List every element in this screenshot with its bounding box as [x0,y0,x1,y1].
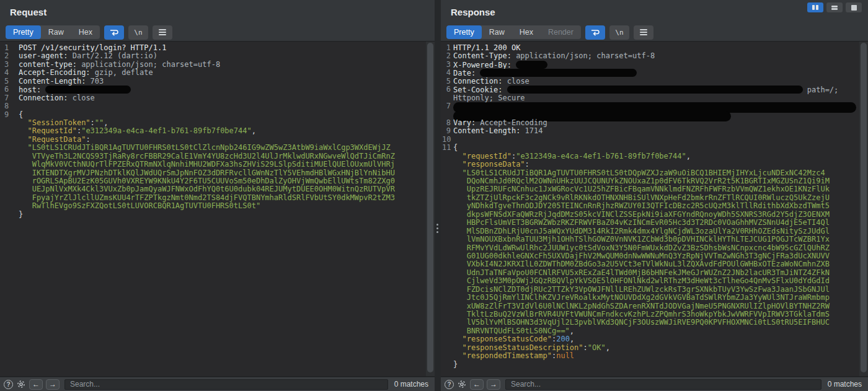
code-text: 703 [86,77,104,86]
code-text: Jtc0J5QjRmYlINClhKZVJreVRoalkxMytNOUVDdX… [453,293,830,302]
code-text: path=/; [803,86,839,94]
code-line: "responseData": [442,160,868,169]
code-line: Httponly; Secure [442,94,868,102]
code-text: tkZTZjUlRpckF3c2gNCk9vRlRKNkdOTHNXNHBiSU… [453,193,830,202]
code-line: UEJpNlVxMXk4Ckl3VUxZb0pJamQyaWJFNWxOdFhY… [4,185,435,193]
response-scrollbar-thumb[interactable] [861,43,867,372]
layout-single-button[interactable] [846,2,862,12]
code-text: Httponly; Secure [453,94,525,102]
code-text: } [453,360,458,369]
code-text: , [570,335,574,343]
code-text: RFMvYVdLdWRwUlRhc2JUUW1yc0tSdVoxN3Y5N0Fm… [453,244,830,252]
code-text: xUW8zZlFrT3VIdVl6U0lNClNKL2pNdGhSZDArenR… [453,302,830,310]
code-text: IKTENDTXgrMVJPNzhDTklKQlJWdUQrSmJpNnFOZ3… [19,169,395,177]
code-text: HTTP/1.1 200 OK [453,43,520,52]
layout-rows-button[interactable] [826,2,843,12]
request-search-bar: ? ← → 0 matches [0,377,435,391]
request-editor[interactable]: 1POST /v1/security/login? HTTP/1.12user-… [0,41,435,377]
code-text: , [570,327,574,335]
code-text: "RequestData" [27,135,86,144]
code-line: } [4,211,435,219]
code-line: "LS0tLS1CRUdJTiBQR1AgTUVTU0FHRS0tLS0tClZ… [4,144,435,152]
response-toolbar: PrettyRawHexRender \n [441,24,868,41]
line-number: 9 [4,111,9,119]
code-line: MlSDBnZDhLRjU0cnJ5aWQxYUdDM314RkI2Rmk4dm… [442,227,868,235]
code-text: VTVyeTh3L2NCQS93TjRaRy8rcFBBR29CalE1VmY4… [19,152,395,160]
code-text: "responseStatusCode" [462,335,552,343]
menu-button[interactable] [153,25,172,40]
code-text: Connection: [453,77,502,86]
help-icon[interactable]: ? [4,380,13,389]
code-text: G01UG00dkhleGNXcFh5UXVDajFhV2MwQUM0dnNwW… [453,252,830,260]
response-search-bar: ? ← → 0 matches [441,377,868,391]
settings-gear-icon[interactable] [16,379,26,389]
response-scrollbar[interactable] [859,42,868,376]
newline-button[interactable]: \n [128,25,148,40]
code-text: application/json; charset=utf-8 [512,51,655,60]
request-match-count: 0 matches [394,380,428,389]
settings-gear-icon[interactable] [457,379,467,389]
menu-button[interactable] [634,25,653,40]
next-match-button[interactable]: → [46,379,60,390]
code-text: { [19,110,23,119]
wrap-lines-button[interactable] [585,25,605,40]
code-text: UEJpNlVxMXk4Ckl3VUxZb0pJamQyaWJFNWxOdFhY… [19,185,395,193]
request-search-input[interactable] [64,379,388,390]
code-text: RwTlhEVgo9SzFXZQotLS0tLUVORCBQR1AgTUVTU0… [19,201,260,210]
code-line: tkZTZjUlRpckF3c2gNCk9vRlRKNkdOTHNXNHBiSU… [442,194,868,202]
code-line: dkpsWFNSdXFaQWRzRjJqdDMzS05kcVINClZSSEpk… [442,211,868,219]
code-line: DQoNCmhJd0RQclM2OWNnUHkzUUJCQUNUYkZNOUxa… [442,177,868,185]
wrap-lines-button[interactable] [104,25,124,40]
code-line: xUW8zZlFrT3VIdVl6U0lNClNKL2pNdGhSZDArenR… [442,302,868,310]
newline-icon: \n [134,29,142,37]
code-line: rOGRLSApBU2EzK05GUVh0VXREYW9KNkU4Y2F6TU5… [4,177,435,185]
code-text [19,126,27,135]
redaction-bar [480,69,637,77]
response-match-count: 0 matches [828,380,862,389]
code-text: TkltLzBuQ2VzWlBrRVR4UVFtVWUNCmFndkcvKzhP… [453,310,830,319]
prev-match-button[interactable]: ← [470,379,484,390]
code-text: "responseData" [462,160,525,169]
newline-button[interactable]: \n [609,25,629,40]
code-line: IKTENDTXgrMVJPNzhDTklKQlJWdUQrSmJpNnFOZ3… [4,169,435,177]
layout-columns-button[interactable] [807,2,823,12]
code-text: BNRVNTQUdFLS0tLS0NCg==" [453,327,570,335]
code-line: 6host: [4,86,435,94]
code-line: UpzREJRUFcNCnhuc1JxWGRocVc1U25hZFBicFBqa… [442,185,868,193]
code-text: Dart/2.12 (dart:io) [68,51,157,60]
request-scrollbar[interactable] [426,42,435,376]
code-line: VTVyeTh3L2NCQS93TjRaRy8rcFBBR29CalE1VmY4… [4,152,435,160]
code-text: MlSDBnZDhLRjU0cnJ5aWQxYUdDM314RkI2Rmk4dm… [453,227,830,235]
response-editor[interactable]: 1HTTP/1.1 200 OK2Content-Type: applicati… [441,41,868,377]
splitter-handle-icon [436,222,439,235]
tab-pretty[interactable]: Pretty [446,25,482,39]
code-text: rOGRLSApBU2EzK05GUVh0VXREYW9KNkU4Y2F6TU5… [19,177,395,185]
layout-controls [804,2,862,12]
line-number: 3 [442,61,451,69]
code-text: lVmNOUXBxbnRaTUU3Mjh1OHhTSlhGOWZ0VnNVK1Z… [453,235,830,244]
code-line: WlqMkV0VCthNUQrTlFPZERxQTRmNXlqNnhiMHU2W… [4,160,435,169]
response-search-input[interactable] [505,379,822,390]
code-line: 5Content-Length: 703 [4,77,435,86]
code-text: Content-Length: [453,126,520,135]
prev-match-button[interactable]: ← [29,379,43,390]
tab-pretty[interactable]: Pretty [6,25,41,39]
line-number: 7 [4,94,9,102]
next-match-button[interactable]: → [487,379,500,390]
request-scrollbar-thumb[interactable] [427,43,433,372]
tab-hex[interactable]: Hex [71,25,100,39]
code-text: POST /v1/security/login? HTTP/1.1 [19,43,166,52]
code-text [453,343,462,352]
code-text: Content-Length: [19,77,86,86]
code-text: FpyajYrZlJlcllUZmsKUU4rTFZPTkgzNmt0Nmd2T… [19,193,395,202]
code-text: lV5blYvMlBSOHN3d3VqUjl2L3pvblVKd3QNCjF3O… [453,318,830,327]
code-line: RFMvYVdLdWRwUlRhc2JUUW1yc0tSdVoxN3Y5N0Fm… [442,244,868,252]
wrap-lines-icon [590,28,600,37]
tab-raw[interactable]: Raw [41,25,71,39]
tab-hex[interactable]: Hex [512,25,541,39]
help-icon[interactable]: ? [445,380,454,389]
panel-splitter[interactable] [435,0,441,391]
tab-raw[interactable]: Raw [482,25,512,39]
code-line: lV5blYvMlBSOHN3d3VqUjl2L3pvblVKd3QNCjF3O… [442,319,868,327]
request-toolbar: PrettyRawHex \n [0,24,435,41]
